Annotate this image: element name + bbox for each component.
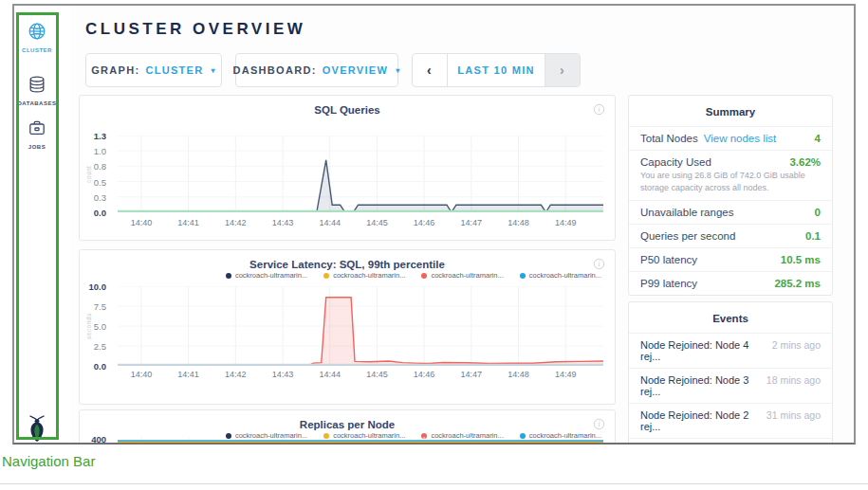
- y-tick-label: 1.3: [94, 131, 106, 141]
- dashboard-dropdown-value: OVERVIEW: [323, 64, 389, 76]
- summary-row: Queries per second 0.1: [629, 224, 832, 247]
- summary-row-label: P99 latency: [640, 278, 697, 289]
- x-tick-label: 14:46: [414, 370, 435, 379]
- y-tick-label: 0.8: [94, 161, 106, 172]
- view-nodes-list-link[interactable]: View nodes list: [704, 133, 777, 144]
- x-tick-label: 14:48: [508, 218, 529, 227]
- cockroachdb-logo[interactable]: [14, 414, 60, 445]
- y-tick-label: 0.0: [94, 361, 106, 372]
- x-tick-label: 14:47: [461, 370, 483, 379]
- event-time: 31 mins ago: [766, 409, 821, 421]
- y-tick-label: 0.5: [94, 177, 106, 188]
- admin-ui-window: CLUSTER DATABASES: [12, 4, 856, 445]
- y-axis-ticks: 10.07.55.02.50.0: [80, 286, 112, 366]
- chevron-down-icon: ▾: [211, 66, 215, 75]
- sidebar-item-cluster[interactable]: CLUSTER: [14, 22, 60, 53]
- event-time: 18 mins ago: [766, 374, 821, 386]
- x-tick-label: 14:49: [555, 370, 577, 379]
- legend-item[interactable]: cockroach-ultramarin...: [323, 271, 405, 280]
- page-title: CLUSTER OVERVIEW: [85, 20, 305, 39]
- chart-legend: cockroach-ultramarin...cockroach-ultrama…: [226, 271, 601, 280]
- y-tick-label: 1.0: [94, 146, 106, 156]
- x-tick-label: 14:41: [177, 218, 199, 227]
- bottom-divider: [0, 483, 868, 484]
- legend-item[interactable]: cockroach-ultramarin...: [520, 271, 601, 280]
- legend-item[interactable]: cockroach-ultramarin...: [421, 271, 503, 280]
- y-tick-label: 7.5: [94, 301, 106, 312]
- x-tick-label: 14:40: [131, 218, 153, 227]
- x-tick-label: 14:45: [366, 218, 388, 227]
- event-row[interactable]: Node Rejoined: Node 4 rej... 2 mins ago: [629, 333, 832, 368]
- summary-row-value: 0.1: [805, 230, 821, 242]
- sql-queries-plot[interactable]: [118, 136, 603, 212]
- summary-row-label: Total NodesView nodes list: [640, 133, 776, 144]
- event-row[interactable]: Node Rejoined: Node 2 rej... 31 mins ago: [629, 403, 832, 438]
- sql-queries-chart-card: SQL Queries i count 1.31.00.80.50.30.0 1…: [79, 95, 616, 241]
- info-icon[interactable]: i: [593, 418, 605, 430]
- events-title: Events: [629, 302, 832, 333]
- legend-dot-icon: [226, 273, 231, 279]
- summary-row: Total NodesView nodes list 4: [629, 126, 832, 150]
- x-tick-label: 14:42: [225, 218, 247, 227]
- summary-row-label: Queries per second: [640, 230, 735, 242]
- legend-dot-icon: [323, 273, 329, 279]
- summary-row-label: P50 latency: [640, 254, 697, 265]
- service-latency-chart-card: Service Latency: SQL, 99th percentile i …: [79, 249, 616, 405]
- jobs-briefcase-icon: [28, 118, 46, 137]
- x-tick-label: 14:43: [272, 370, 294, 379]
- legend-item[interactable]: cockroach-ultramarin...: [226, 271, 307, 280]
- sidebar-item-label: JOBS: [14, 144, 60, 150]
- x-tick-label: 14:43: [272, 218, 294, 227]
- sidebar-item-label: DATABASES: [14, 100, 60, 106]
- event-row[interactable]: Node Rejoined: Node 1 rej... an hour ago: [629, 438, 832, 445]
- y-axis-ticks: 400: [80, 439, 112, 445]
- navigation-bar: CLUSTER DATABASES: [14, 6, 71, 443]
- summary-row-value: 4: [815, 133, 821, 144]
- chevron-down-icon: ▾: [396, 66, 400, 75]
- sidebar-item-jobs[interactable]: JOBS: [14, 118, 60, 150]
- screenshot-stage: CLUSTER DATABASES: [0, 0, 868, 490]
- replicas-plot[interactable]: [118, 437, 603, 445]
- sidebar-item-databases[interactable]: DATABASES: [14, 75, 60, 106]
- x-tick-label: 14:48: [508, 370, 529, 379]
- x-tick-label: 14:44: [319, 218, 341, 227]
- summary-row-value: 10.5 ms: [781, 254, 821, 265]
- event-time: 2 mins ago: [772, 339, 821, 351]
- sidebar-item-label: CLUSTER: [14, 47, 60, 53]
- chart-title: SQL Queries: [80, 104, 615, 116]
- service-latency-plot[interactable]: [118, 286, 603, 366]
- summary-panel: Summary Total NodesView nodes list 4 Cap…: [628, 95, 833, 296]
- chart-title: Replicas per Node: [80, 419, 615, 430]
- cluster-globe-icon: [28, 22, 46, 41]
- time-range-selector: ‹ LAST 10 MIN ›: [412, 53, 581, 87]
- summary-row-value: 3.62%: [789, 156, 821, 168]
- y-tick-label: 400: [91, 434, 106, 445]
- x-tick-label: 14:41: [177, 370, 199, 379]
- svg-text:i: i: [598, 420, 600, 428]
- x-tick-label: 14:42: [225, 370, 247, 379]
- summary-row-value: 0: [815, 207, 821, 218]
- dashboard-dropdown[interactable]: DASHBOARD: OVERVIEW ▾: [235, 53, 398, 87]
- event-title: Node Rejoined: Node 3 rej...: [640, 374, 759, 397]
- time-next-button[interactable]: ›: [545, 54, 580, 86]
- time-range-value[interactable]: LAST 10 MIN: [448, 64, 545, 76]
- svg-text:i: i: [598, 260, 600, 268]
- replicas-per-node-chart-card: Replicas per Node i cockroach-ultramarin…: [79, 409, 616, 445]
- graph-dropdown-label: GRAPH:: [91, 64, 139, 76]
- summary-row: P50 latency 10.5 ms: [629, 247, 832, 271]
- x-tick-label: 14:49: [555, 218, 577, 227]
- event-title: Node Rejoined: Node 2 rej...: [640, 409, 759, 432]
- info-icon[interactable]: i: [593, 103, 605, 116]
- x-tick-label: 14:45: [366, 370, 388, 379]
- time-prev-button[interactable]: ‹: [413, 54, 448, 86]
- svg-text:i: i: [598, 105, 600, 114]
- legend-dot-icon: [520, 273, 526, 279]
- event-title: Node Rejoined: Node 4 rej...: [640, 339, 765, 362]
- x-tick-label: 14:40: [131, 370, 153, 379]
- y-tick-label: 0.3: [94, 192, 106, 203]
- info-icon[interactable]: i: [593, 258, 605, 270]
- y-tick-label: 2.5: [94, 341, 106, 352]
- summary-row: Capacity Used 3.62% You are using 26.8 G…: [629, 150, 832, 200]
- graph-dropdown[interactable]: GRAPH: CLUSTER ▾: [85, 53, 222, 87]
- event-row[interactable]: Node Rejoined: Node 3 rej... 18 mins ago: [629, 368, 832, 403]
